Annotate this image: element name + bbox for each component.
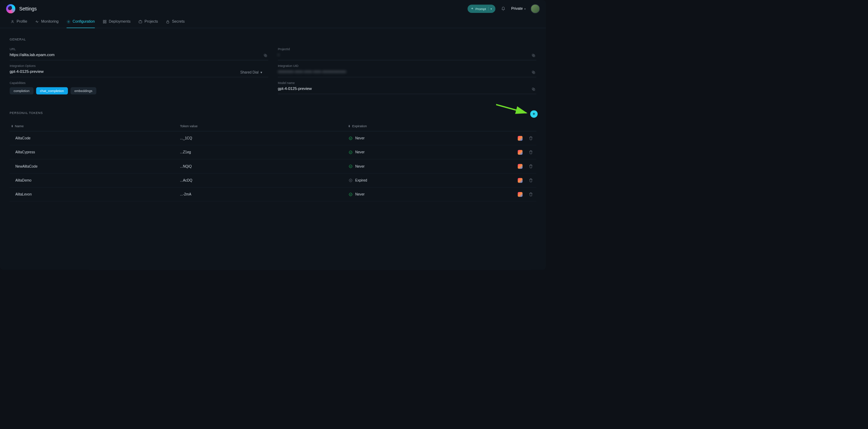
field-label: ProjectId bbox=[278, 47, 537, 51]
svg-rect-2 bbox=[103, 20, 104, 21]
expiration-text: Expired bbox=[355, 178, 367, 182]
check-circle-icon bbox=[349, 136, 352, 140]
tab-deployments[interactable]: Deployments bbox=[103, 16, 131, 28]
copy-icon bbox=[532, 70, 535, 74]
field-label: URL bbox=[10, 47, 268, 51]
token-name: AlitaLevon bbox=[11, 192, 180, 196]
token-value: ..._1CQ bbox=[180, 136, 349, 140]
trash-icon bbox=[529, 192, 533, 197]
topbar: Settings + Prompt ▾ Private ▾ bbox=[0, 0, 546, 16]
field-label: Integration Options bbox=[10, 64, 268, 68]
token-name: AlitaCode bbox=[11, 136, 180, 140]
svg-point-19 bbox=[349, 165, 352, 168]
briefcase-icon bbox=[138, 20, 142, 23]
chevron-down-icon: ▾ bbox=[524, 7, 526, 10]
copy-button[interactable] bbox=[532, 53, 535, 57]
pulse-icon bbox=[35, 20, 39, 23]
field-project-id: ProjectId • bbox=[278, 47, 537, 60]
regenerate-token-button[interactable] bbox=[518, 164, 523, 169]
tab-label: Profile bbox=[17, 20, 27, 24]
delete-token-button[interactable] bbox=[529, 164, 533, 169]
delete-token-button[interactable] bbox=[529, 136, 533, 141]
copy-icon bbox=[532, 53, 535, 57]
tab-projects[interactable]: Projects bbox=[138, 16, 158, 28]
svg-rect-6 bbox=[139, 21, 142, 23]
gear-icon bbox=[67, 20, 70, 23]
add-token-button[interactable]: + bbox=[530, 110, 538, 117]
page-title: Settings bbox=[19, 6, 37, 12]
user-avatar[interactable] bbox=[531, 4, 540, 13]
table-row: AlitaDemo...AcDQExpired bbox=[10, 174, 537, 187]
copy-icon bbox=[263, 53, 267, 57]
grid-icon bbox=[103, 20, 107, 23]
trash-icon bbox=[529, 136, 533, 140]
field-value: xxxxxxxx-xxxx-xxxx-xxxx-xxxxxxxxxxxx bbox=[278, 69, 537, 75]
sort-icon: ▴▾ bbox=[349, 125, 350, 128]
copy-icon bbox=[532, 87, 535, 91]
shared-dial-label: Shared Dial bbox=[240, 70, 259, 74]
trash-icon bbox=[529, 164, 533, 168]
check-circle-icon bbox=[349, 150, 352, 154]
tab-label: Deployments bbox=[109, 20, 130, 24]
delete-token-button[interactable] bbox=[529, 178, 533, 183]
expiration-text: Never bbox=[355, 164, 365, 168]
settings-tabs: Profile Monitoring Configuration Deploym… bbox=[0, 16, 546, 28]
token-expiration: Never bbox=[349, 192, 502, 196]
tab-label: Configuration bbox=[73, 20, 95, 24]
chevron-down-icon: ▾ bbox=[491, 7, 492, 10]
trash-icon bbox=[529, 150, 533, 154]
regenerate-token-button[interactable] bbox=[518, 150, 523, 155]
regenerate-token-button[interactable] bbox=[518, 136, 523, 141]
copy-button[interactable] bbox=[263, 53, 267, 57]
column-header-name[interactable]: ▴▾ Name bbox=[11, 124, 180, 128]
notifications-button[interactable] bbox=[500, 6, 507, 12]
token-expiration: Never bbox=[349, 136, 502, 140]
check-circle-icon bbox=[349, 192, 352, 196]
delete-token-button[interactable] bbox=[529, 150, 533, 155]
tab-configuration[interactable]: Configuration bbox=[67, 16, 95, 28]
table-row: AlitaCypress...Z1egNever bbox=[10, 145, 537, 159]
tab-secrets[interactable]: Secrets bbox=[166, 16, 185, 28]
svg-point-0 bbox=[12, 20, 13, 22]
token-expiration: Never bbox=[349, 164, 502, 168]
plus-icon: + bbox=[533, 112, 535, 116]
token-value: ...-2mA bbox=[180, 192, 349, 196]
capability-chip-completion[interactable]: completion bbox=[10, 87, 33, 94]
sort-icon: ▴▾ bbox=[11, 125, 13, 128]
token-value: ...Z1eg bbox=[180, 150, 349, 154]
token-name: NewAlitaCode bbox=[11, 164, 180, 168]
capability-chip-embeddings[interactable]: embeddings bbox=[70, 87, 96, 94]
tokens-table: ▴▾ Name Token value ▴▾ Expiration AlitaC… bbox=[10, 121, 537, 201]
app-logo[interactable] bbox=[6, 4, 15, 13]
svg-point-1 bbox=[68, 21, 69, 22]
field-value: https://alita.lab.epam.com bbox=[10, 53, 268, 58]
capability-chip-chat-completion[interactable]: chat_completion bbox=[36, 87, 68, 94]
workspace-selector[interactable]: Private ▾ bbox=[511, 7, 526, 11]
chevron-down-icon: ▾ bbox=[260, 70, 262, 74]
new-prompt-button[interactable]: + Prompt ▾ bbox=[468, 5, 495, 13]
tab-profile[interactable]: Profile bbox=[10, 16, 27, 28]
field-integration-options: Integration Options gpt-4-0125-preview S… bbox=[10, 64, 268, 77]
field-value: • bbox=[278, 53, 537, 58]
copy-button[interactable] bbox=[532, 70, 535, 74]
field-label: Capabilities bbox=[10, 81, 268, 85]
token-expiration: Never bbox=[349, 150, 502, 154]
regenerate-token-button[interactable] bbox=[518, 192, 523, 197]
delete-token-button[interactable] bbox=[529, 192, 533, 197]
table-row: AlitaCode..._1CQNever bbox=[10, 131, 537, 145]
column-header-expiration[interactable]: ▴▾ Expiration bbox=[349, 124, 502, 128]
token-name: AlitaCypress bbox=[11, 150, 180, 154]
field-capabilities: Capabilities completion chat_completion … bbox=[10, 81, 268, 94]
copy-button[interactable] bbox=[532, 87, 535, 91]
svg-point-21 bbox=[349, 193, 352, 196]
svg-rect-4 bbox=[103, 22, 104, 23]
svg-point-17 bbox=[349, 137, 352, 139]
svg-point-18 bbox=[349, 151, 352, 154]
x-circle-icon bbox=[349, 178, 352, 182]
tab-monitoring[interactable]: Monitoring bbox=[35, 16, 59, 28]
field-url: URL https://alita.lab.epam.com bbox=[10, 47, 268, 60]
shared-dial-dropdown[interactable]: Shared Dial ▾ bbox=[240, 70, 262, 74]
check-circle-icon bbox=[349, 164, 352, 168]
tab-label: Secrets bbox=[172, 20, 185, 24]
regenerate-token-button[interactable] bbox=[518, 178, 523, 183]
